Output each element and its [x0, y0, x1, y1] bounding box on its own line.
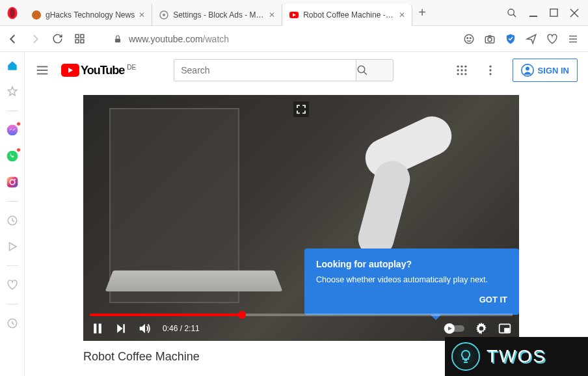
settings-icon[interactable] [475, 322, 488, 335]
search-button[interactable] [356, 59, 394, 81]
svg-point-48 [489, 69, 491, 71]
svg-marker-54 [117, 324, 122, 332]
sidebar-history[interactable] [5, 213, 20, 228]
svg-point-18 [467, 37, 468, 38]
maximize-icon[interactable] [550, 8, 558, 17]
svg-point-6 [508, 9, 514, 15]
tabs-bar: gHacks Technology News ✕ Settings - Bloc… [25, 0, 507, 25]
tooltip-action-button[interactable]: GOT IT [316, 295, 507, 304]
speed-dial-icon[interactable] [72, 33, 87, 44]
svg-rect-15 [80, 40, 83, 43]
signin-button[interactable]: SIGN IN [513, 59, 578, 82]
url-path: /watch [203, 34, 229, 44]
shield-icon[interactable] [505, 33, 516, 45]
forward-button[interactable] [27, 33, 43, 45]
svg-rect-52 [94, 324, 96, 334]
favicon-ghacks [31, 10, 42, 20]
svg-point-49 [489, 73, 491, 75]
reload-button[interactable] [49, 33, 65, 44]
svg-point-19 [470, 37, 472, 38]
close-icon[interactable]: ✕ [269, 10, 275, 20]
lightbulb-icon [451, 342, 480, 371]
svg-point-46 [464, 73, 466, 75]
pause-button[interactable] [91, 322, 104, 335]
youtube-header: YouTube DE SIGN IN [25, 52, 588, 88]
svg-rect-55 [123, 324, 125, 332]
svg-rect-14 [75, 40, 79, 43]
smiley-icon[interactable] [463, 33, 475, 45]
back-button[interactable] [5, 33, 21, 45]
sidebar-messenger[interactable] [5, 123, 20, 137]
sidebar-home[interactable] [5, 59, 20, 73]
sidebar-clock[interactable] [5, 316, 20, 330]
sidebar-bookmarks[interactable] [5, 85, 20, 99]
svg-point-51 [526, 67, 529, 71]
svg-point-47 [489, 66, 491, 68]
autoplay-toggle[interactable] [444, 323, 464, 334]
svg-rect-27 [7, 177, 18, 188]
sidebar-play[interactable] [5, 239, 20, 254]
miniplayer-icon[interactable] [498, 322, 511, 335]
tooltip-title: Looking for autoplay? [316, 259, 507, 269]
url-domain: www.youtube.com [129, 34, 203, 44]
new-tab-button[interactable]: + [412, 5, 432, 20]
expand-icon[interactable] [293, 101, 309, 117]
youtube-region: DE [127, 64, 136, 71]
youtube-play-icon [61, 64, 79, 77]
svg-point-25 [7, 125, 18, 136]
user-icon [521, 64, 534, 77]
menu-icon[interactable] [567, 33, 579, 45]
svg-point-4 [163, 14, 165, 16]
video-player[interactable]: Looking for autoplay? Choose whether vid… [83, 95, 519, 341]
tab-0[interactable]: gHacks Technology News ✕ [25, 4, 152, 26]
lock-icon[interactable] [113, 34, 122, 44]
camera-icon[interactable] [484, 33, 496, 45]
opera-logo[interactable] [0, 0, 25, 26]
window-controls [507, 8, 588, 18]
svg-marker-56 [140, 324, 145, 334]
svg-point-43 [464, 69, 466, 71]
close-icon[interactable]: ✕ [139, 10, 145, 20]
favicon-settings [159, 10, 169, 20]
sidebar [0, 52, 25, 376]
volume-button[interactable] [138, 321, 152, 336]
svg-point-29 [14, 179, 16, 180]
sidebar-instagram[interactable] [5, 175, 20, 189]
svg-point-1 [10, 8, 15, 18]
minimize-icon[interactable] [529, 8, 538, 18]
svg-point-44 [457, 73, 459, 75]
youtube-logo[interactable]: YouTube DE [61, 64, 136, 77]
url-display[interactable]: www.youtube.com/watch [129, 34, 229, 44]
svg-point-41 [457, 69, 459, 71]
tab-title: Settings - Block Ads - Man… [173, 10, 265, 20]
search-input[interactable] [174, 59, 356, 81]
apps-icon[interactable] [455, 64, 468, 77]
close-icon[interactable]: ✕ [399, 10, 405, 20]
sidebar-whatsapp[interactable] [5, 149, 20, 163]
more-icon[interactable] [484, 64, 497, 77]
svg-rect-13 [80, 34, 83, 38]
tab-2[interactable]: Robot Coffee Machine - Yo… ✕ [282, 4, 412, 26]
svg-line-7 [513, 14, 516, 17]
hamburger-icon[interactable] [35, 63, 49, 77]
sidebar-heart[interactable] [5, 278, 20, 292]
tab-title: gHacks Technology News [46, 10, 135, 20]
svg-point-17 [464, 34, 474, 44]
svg-point-36 [358, 66, 365, 73]
tooltip-body: Choose whether videos automatically play… [316, 275, 507, 286]
time-display: 0:46 / 2:11 [163, 324, 200, 333]
search-icon[interactable] [507, 8, 517, 18]
svg-point-40 [464, 66, 466, 68]
heart-icon[interactable] [546, 33, 558, 45]
watermark: TWOS [445, 337, 588, 376]
svg-line-37 [364, 72, 367, 75]
svg-rect-16 [115, 38, 120, 42]
tab-title: Robot Coffee Machine - Yo… [303, 10, 395, 20]
next-button[interactable] [114, 322, 127, 335]
svg-point-38 [457, 66, 459, 68]
signin-label: SIGN IN [538, 66, 569, 75]
svg-rect-9 [550, 9, 557, 16]
send-icon[interactable] [526, 33, 537, 45]
close-window-icon[interactable] [570, 8, 579, 18]
tab-1[interactable]: Settings - Block Ads - Man… ✕ [152, 4, 282, 26]
